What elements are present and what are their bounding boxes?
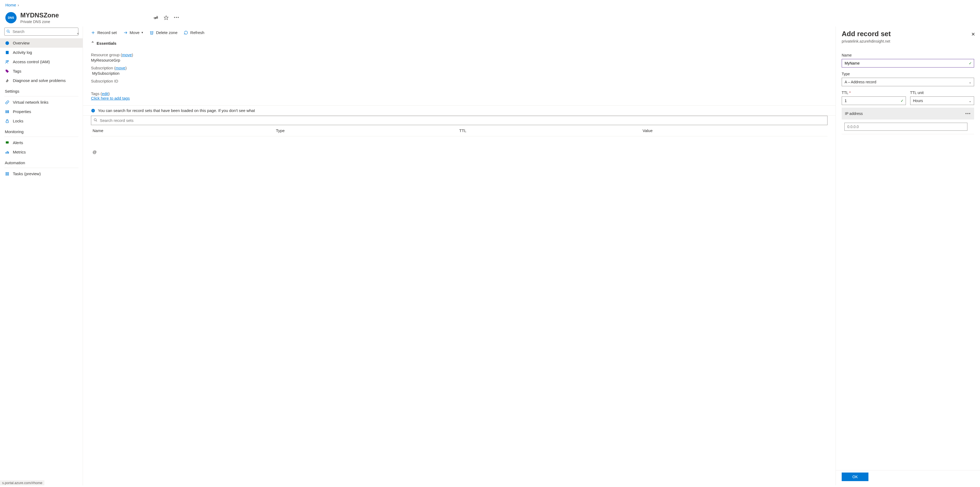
divider <box>4 168 78 168</box>
svg-rect-13 <box>7 151 8 153</box>
svg-rect-7 <box>6 110 6 113</box>
record-search-input[interactable] <box>91 116 827 125</box>
breadcrumb-home[interactable]: Home <box>5 3 16 7</box>
sidebar-item-properties[interactable]: Properties <box>0 107 83 116</box>
close-icon[interactable]: ✕ <box>971 31 975 37</box>
delete-zone-button[interactable]: Delete zone <box>150 30 177 35</box>
sidebar-item-tasks[interactable]: Tasks (preview) <box>0 169 83 179</box>
sidebar-item-label: Diagnose and solve problems <box>13 78 66 83</box>
col-ttl[interactable]: TTL <box>459 128 643 133</box>
move-button[interactable]: Move ▾ <box>123 30 143 35</box>
toolbar-label: Move <box>130 30 140 35</box>
search-icon <box>94 118 97 122</box>
resource-group-value: MyResourceGrp <box>91 58 827 62</box>
name-label: Name <box>842 53 974 57</box>
check-icon: ✓ <box>969 61 972 65</box>
svg-rect-18 <box>8 174 9 175</box>
panel-title: Add record set <box>842 30 974 38</box>
ip-address-label: IP address <box>845 112 863 116</box>
star-icon[interactable] <box>164 15 169 20</box>
chevron-right-icon: › <box>18 3 19 7</box>
ttl-input[interactable] <box>842 96 906 105</box>
alert-icon <box>5 141 10 145</box>
ttl-unit-select[interactable]: Hours <box>910 96 974 105</box>
tasks-icon <box>5 172 10 176</box>
sidebar-item-diagnose[interactable]: Diagnose and solve problems <box>0 76 83 85</box>
required-icon: * <box>849 91 851 95</box>
ok-button[interactable]: OK <box>842 473 869 481</box>
link-icon <box>5 100 10 104</box>
toolbar-label: Refresh <box>190 30 204 35</box>
sidebar-item-metrics[interactable]: Metrics <box>0 147 83 157</box>
wrench-icon <box>5 78 10 83</box>
metrics-icon <box>5 150 10 154</box>
people-icon <box>5 60 10 64</box>
info-text: You can search for record sets that have… <box>98 108 255 113</box>
table-row[interactable]: @ <box>91 136 827 158</box>
name-input[interactable] <box>842 59 974 67</box>
svg-rect-11 <box>6 141 9 143</box>
type-select[interactable]: A – Address record <box>842 78 974 86</box>
essentials-block: Resource group (move) MyResourceGrp Subs… <box>83 48 835 105</box>
add-record-set-button[interactable]: Record set <box>91 30 117 35</box>
svg-point-1 <box>7 30 9 32</box>
svg-rect-10 <box>6 121 8 123</box>
sidebar-item-label: Tags <box>13 69 21 73</box>
tags-label: Tags <box>91 91 100 96</box>
resource-group-move-link[interactable]: move <box>122 53 132 57</box>
sidebar-item-label: Tasks (preview) <box>13 171 41 176</box>
panel-subtitle: privatelink.azurehdinsight.net <box>842 39 974 43</box>
add-tags-link[interactable]: Click here to add tags <box>91 96 130 101</box>
sidebar-item-label: Overview <box>13 41 30 45</box>
records-table: Name Type TTL Value @ <box>91 125 827 158</box>
plus-icon <box>91 30 95 35</box>
dns-zone-icon: DNS <box>5 12 17 23</box>
more-icon[interactable]: ••• <box>965 112 971 116</box>
sidebar-section-monitoring: Monitoring <box>0 126 83 136</box>
sidebar-item-alerts[interactable]: Alerts <box>0 138 83 147</box>
refresh-button[interactable]: Refresh <box>184 30 204 35</box>
arrow-right-icon <box>123 30 127 35</box>
sidebar-item-tags[interactable]: Tags <box>0 66 83 76</box>
svg-rect-12 <box>6 152 6 153</box>
page-header: DNS MYDNSZone Private DNS zone ••• <box>0 10 980 27</box>
sidebar-item-iam[interactable]: Access control (IAM) <box>0 57 83 66</box>
svg-point-5 <box>6 60 7 62</box>
sidebar-item-label: Alerts <box>13 141 23 145</box>
type-label: Type <box>842 72 974 76</box>
properties-icon <box>5 110 10 114</box>
svg-point-24 <box>94 119 96 121</box>
tags-edit-link[interactable]: edit <box>102 91 108 96</box>
collapse-icon[interactable]: « <box>77 31 79 35</box>
pin-icon[interactable] <box>154 15 158 20</box>
svg-rect-9 <box>8 110 9 113</box>
sidebar-item-vnl[interactable]: Virtual network links <box>0 97 83 107</box>
subscription-move-link[interactable]: move <box>116 65 126 70</box>
toolbar: Record set Move ▾ Delete zone Refresh <box>83 27 835 38</box>
status-url: s.portal.azure.com/#home <box>0 480 45 485</box>
ip-address-input[interactable] <box>844 123 967 131</box>
toolbar-label: Delete zone <box>156 30 177 35</box>
essentials-toggle[interactable]: ⌃ Essentials <box>83 38 835 48</box>
cell-name: @ <box>92 150 276 154</box>
sidebar-item-overview[interactable]: Overview <box>0 38 83 48</box>
svg-line-2 <box>9 32 10 33</box>
col-type[interactable]: Type <box>276 128 459 133</box>
svg-rect-17 <box>6 174 7 175</box>
subscription-id-label: Subscription ID <box>91 79 827 83</box>
tag-icon <box>5 69 10 73</box>
resource-group-label: Resource group <box>91 53 119 57</box>
sidebar-item-activity-log[interactable]: Activity log <box>0 48 83 57</box>
sidebar-search-input[interactable] <box>4 27 78 36</box>
sidebar-section-automation: Automation <box>0 157 83 167</box>
subscription-label: Subscription <box>91 65 113 70</box>
svg-rect-14 <box>8 152 9 153</box>
sidebar-item-locks[interactable]: Locks <box>0 116 83 126</box>
more-icon[interactable]: ••• <box>174 15 180 20</box>
svg-point-3 <box>5 41 9 45</box>
col-name[interactable]: Name <box>92 128 276 133</box>
essentials-header: Essentials <box>97 41 116 46</box>
info-bar: i You can search for record sets that ha… <box>83 105 835 116</box>
col-value[interactable]: Value <box>643 128 826 133</box>
svg-marker-0 <box>164 16 168 20</box>
